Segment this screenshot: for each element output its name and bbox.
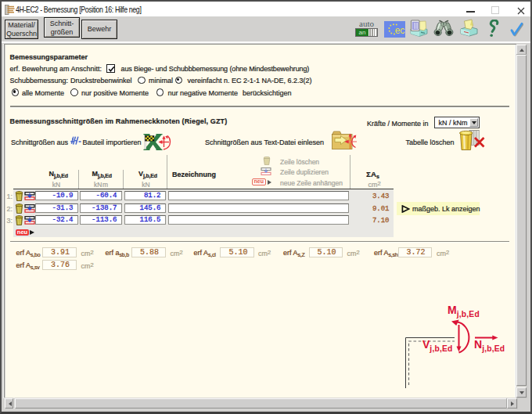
svg-text:ec: ec	[395, 24, 405, 35]
svg-text:Vj,b,Ed: Vj,b,Ed	[422, 338, 453, 353]
svg-text:Mj,b,Ed: Mj,b,Ed	[448, 304, 480, 319]
svg-text:Nj,b,Ed: Nj,b,Ed	[474, 338, 505, 353]
